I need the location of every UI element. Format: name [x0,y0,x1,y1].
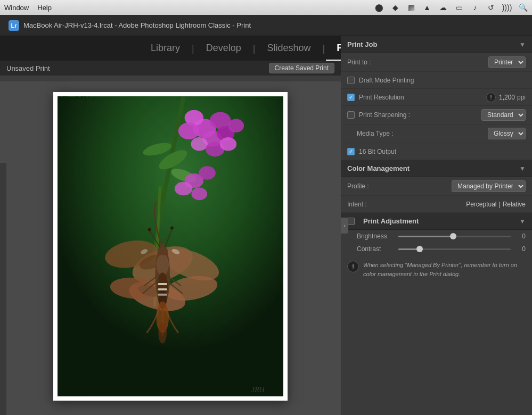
unsaved-label: Unsaved Print [6,64,50,72]
contrast-row: Contrast 0 [341,243,532,255]
svg-point-4 [210,112,231,129]
brightness-label: Brightness [357,233,394,240]
brightness-fill [398,236,455,237]
svg-point-46 [158,322,167,343]
svg-rect-33 [158,283,167,285]
butterfly-photo [58,96,283,396]
brightness-slider[interactable] [398,236,511,237]
color-mgmt-arrow: ▼ [519,165,526,172]
vertical-ruler [0,163,6,415]
contrast-thumb[interactable] [416,246,423,252]
tab-develop[interactable]: Develop [195,36,252,61]
bit-output-label: 16 Bit Output [359,148,526,155]
print-adjustment-checkbox[interactable] [347,218,355,225]
color-management-title: Color Management [347,164,410,172]
check-mark-2: ✓ [349,148,353,154]
media-type-label: Media Type : [357,130,488,137]
print-sharpening-row: Print Sharpening : Standard [341,106,532,124]
brightness-row: Brightness 0 [341,230,532,243]
photo-background [58,96,283,396]
intent-relative[interactable]: Relative [503,201,526,208]
volume-icon: ♪ [470,3,480,12]
ppi-unit: ppi [517,94,526,101]
display-icon: ▭ [454,3,464,12]
intent-label: Intent : [347,201,466,208]
print-resolution-checkbox[interactable]: ✓ [347,94,355,101]
resolution-value: 1,200 [499,94,515,101]
svg-point-9 [228,119,244,132]
print-job-arrow: ▼ [519,41,526,48]
cc-icon: ⬤ [374,3,384,12]
tab-slideshow[interactable]: Slideshow [257,36,322,61]
color-management-header[interactable]: Color Management ▼ [341,160,532,177]
svg-rect-34 [158,288,167,290]
app-icon: Lr [9,20,19,31]
media-type-select[interactable]: Glossy [488,128,526,139]
svg-point-39 [170,227,174,230]
brightness-thumb[interactable] [450,233,456,239]
triangle-icon: ▲ [422,3,432,12]
time-icon: ↺ [486,3,496,12]
nav-sep-2: | [253,43,256,54]
svg-rect-0 [58,97,283,396]
svg-point-38 [148,228,151,231]
print-adjustment-header[interactable]: Print Adjustment ▼ [341,213,532,230]
print-to-label: Print to : [347,59,488,66]
collapse-panel-button[interactable]: › [341,218,348,234]
print-job-header[interactable]: Print Job ▼ [341,36,532,53]
menu-help[interactable]: Help [37,4,52,12]
svg-point-12 [220,137,237,151]
signature: JRH [251,384,283,396]
menubar: Window Help ⬤ ◆ ▦ ▲ ☁ ▭ ♪ ↺ )))) 🔍 [0,0,532,15]
svg-point-19 [175,182,193,196]
create-saved-button[interactable]: Create Saved Print [269,63,334,73]
menubar-icons: ⬤ ◆ ▦ ▲ ☁ ▭ ♪ ↺ )))) 🔍 [374,3,528,12]
draft-mode-checkbox[interactable] [347,77,355,84]
nav-sep-1: | [192,43,194,54]
contrast-slider[interactable] [398,248,511,250]
svg-text:JRH: JRH [251,386,265,394]
eu-icon: ▦ [406,3,416,12]
profile-select[interactable]: Managed by Printer [452,180,526,192]
bit-output-checkbox[interactable]: ✓ [347,148,355,155]
draft-mode-label: Draft Mode Printing [359,77,526,84]
media-type-row: Media Type : Glossy [341,124,532,143]
search-icon[interactable]: 🔍 [518,3,528,12]
resolution-warning-icon: ! [486,93,496,102]
print-header: Unsaved Print Create Saved Print [0,61,341,76]
print-to-select[interactable]: Printer [488,56,526,68]
tab-library[interactable]: Library [140,36,191,61]
svg-point-20 [191,188,207,201]
nav-sep-3: | [323,43,325,54]
warning-text: When selecting "Managed By Printer", rem… [363,261,526,278]
print-sharpening-select[interactable]: Standard [481,109,526,121]
intent-perceptual[interactable]: Perceptual [466,201,496,208]
brightness-value: 0 [515,233,526,240]
warning-box: ! When selecting "Managed By Printer", r… [341,255,532,284]
warning-icon: ! [347,261,359,272]
wifi-icon: )))) [502,3,512,12]
profile-label: Profile : [347,182,452,190]
print-to-row: Print to : Printer [341,53,532,72]
contrast-label: Contrast [357,245,394,253]
check-mark: ✓ [349,94,353,100]
signature-svg: JRH [251,384,283,395]
right-panel: › Print Job ▼ Print to : Printer Draft M… [341,36,532,415]
svg-point-10 [178,122,199,139]
profile-row: Profile : Managed by Printer [341,177,532,196]
intent-row: Intent : Perceptual | Relative [341,196,532,213]
print-sharpening-checkbox[interactable] [347,111,355,119]
photo-area [58,96,283,396]
print-adj-arrow: ▼ [519,218,526,225]
svg-point-40 [157,247,168,255]
svg-point-30 [156,254,169,275]
print-sharpening-label: Print Sharpening : [359,111,481,119]
print-resolution-label: Print Resolution [359,94,483,101]
dropbox-icon: ◆ [390,3,400,12]
bit-output-row: ✓ 16 Bit Output [341,143,532,160]
menu-window[interactable]: Window [4,4,29,12]
canvas-area: 7.73 x 9.68 in [0,81,341,415]
titlebar: Lr MacBook Air-JRH-v13-4.lrcat - Adobe P… [0,15,532,36]
cloud-icon: ☁ [438,3,448,12]
svg-point-8 [191,137,208,151]
